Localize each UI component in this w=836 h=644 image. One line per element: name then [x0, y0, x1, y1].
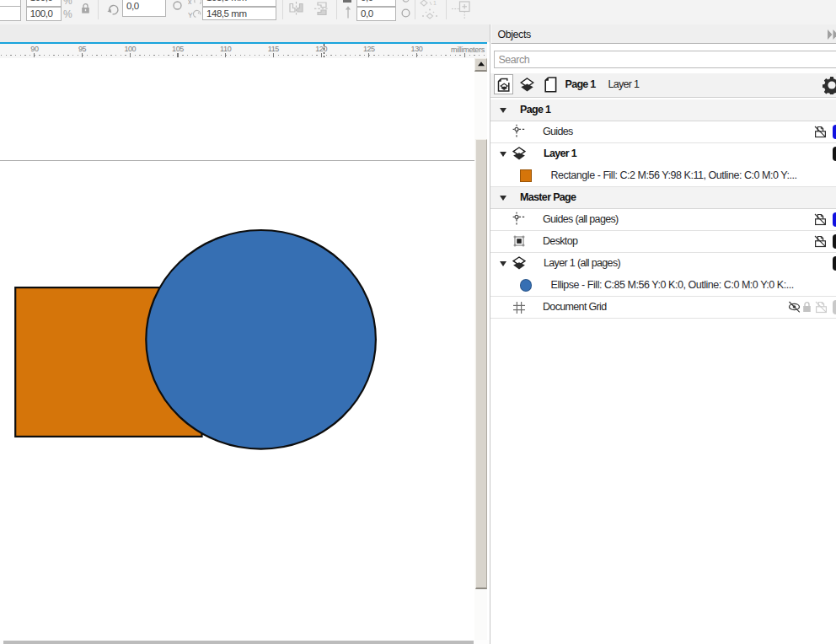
ruler-number: 100	[124, 45, 136, 53]
ruler-number: 110	[220, 45, 231, 53]
objects-docker: Objects	[490, 24, 836, 644]
ruler-major-tick	[34, 53, 35, 58]
ruler-major-tick	[321, 53, 322, 58]
expand-arrow-icon[interactable]	[500, 196, 506, 201]
lock-ratio-icon[interactable]	[81, 3, 90, 14]
property-bar: 100,0 100,0 % % 0,0 x Y	[0, 0, 836, 24]
svg-text:1: 1	[433, 0, 437, 6]
gear-icon[interactable]	[823, 76, 836, 94]
svg-text:Y: Y	[188, 11, 193, 19]
horizontal-scrollbar[interactable]	[0, 640, 490, 644]
circle-option-top-icon[interactable]	[402, 0, 410, 3]
circle-option-icon[interactable]	[401, 8, 410, 18]
rotation-center-y-value: 148,5 mm	[206, 8, 247, 19]
tree-row-rectangle[interactable]: Rectangle - Fill: C:2 M:56 Y:98 K:11, Ou…	[490, 165, 836, 187]
scale-v-field[interactable]: 100,0	[26, 7, 62, 21]
mirror-horizontal-icon[interactable]	[289, 2, 304, 15]
desktop-color-pill[interactable]	[833, 234, 836, 249]
guides-all-color-pill[interactable]	[833, 212, 836, 227]
rotation-center-y-field[interactable]: 148,5 mm	[202, 7, 276, 21]
offset-x-value: 0,0	[361, 0, 373, 3]
ruler-number: 90	[30, 45, 38, 53]
ellipse-shape[interactable]	[146, 230, 376, 449]
tree-row-document-grid[interactable]: Document Grid	[490, 297, 836, 319]
rotation-center-y-icon: Y	[188, 8, 201, 19]
horizontal-ruler[interactable]: 9095100105110115120125130 millimeters	[0, 44, 487, 58]
ruler-number: 95	[78, 45, 86, 53]
document-grid-label: Document Grid	[543, 301, 606, 313]
docker-toolbar: Page 1 Layer 1	[490, 73, 836, 99]
position-x-field[interactable]	[0, 6, 21, 21]
tree-row-desktop[interactable]: Desktop	[490, 231, 836, 253]
desktop-icon	[513, 235, 525, 247]
rotation-center-x-value: 105,0 mm	[206, 0, 247, 3]
layer-icon	[512, 256, 526, 271]
svg-text:x: x	[188, 0, 192, 6]
guides-color-pill[interactable]	[833, 125, 836, 139]
ruler-major-tick	[273, 53, 274, 58]
scale-h-value: 100,0	[30, 0, 53, 3]
scroll-up-button[interactable]	[474, 58, 487, 72]
active-page-label[interactable]: Page 1	[565, 78, 596, 90]
drawing-canvas[interactable]	[0, 58, 474, 641]
rotation-center-x-field[interactable]: 105,0 mm	[202, 0, 276, 7]
guides-label: Guides	[543, 126, 573, 137]
ruler-number: 105	[172, 45, 184, 53]
canvas-shapes	[0, 58, 474, 640]
circle-indicator-icon[interactable]	[173, 1, 182, 10]
expand-arrow-icon[interactable]	[500, 152, 506, 157]
expand-arrow-icon[interactable]	[500, 261, 506, 266]
tree-row-guides[interactable]: Guides	[490, 121, 836, 143]
tree-row-master-page[interactable]: Master Page	[490, 187, 836, 209]
rectangle-swatch	[520, 169, 533, 182]
layer1-color-pill[interactable]	[833, 147, 836, 161]
grid-icon	[512, 301, 526, 314]
no-print-icon[interactable]	[814, 213, 827, 226]
desktop-label: Desktop	[543, 235, 577, 247]
separator	[336, 0, 337, 19]
ruler-minor-ticks	[1, 55, 486, 56]
offset-x-field[interactable]: 0,0	[356, 0, 396, 7]
master-page-label: Master Page	[520, 191, 576, 203]
transform-anchor-icons: 1	[419, 0, 442, 19]
show-objects-button[interactable]	[494, 74, 514, 94]
collapse-docker-icon[interactable]	[828, 30, 836, 40]
horizontal-scrollbar-thumb[interactable]	[3, 641, 474, 644]
tree-row-layer1-all[interactable]: Layer 1 (all pages)	[490, 253, 836, 275]
add-node-icon[interactable]	[452, 1, 471, 19]
docker-titlebar[interactable]: Objects	[491, 24, 836, 45]
percent-sign-bottom: %	[63, 8, 72, 20]
page-icon[interactable]	[544, 77, 557, 93]
separator	[98, 0, 99, 19]
tree-row-layer1[interactable]: Layer 1	[490, 143, 836, 165]
mirror-vertical-icon[interactable]	[314, 2, 330, 15]
grid-color-pill[interactable]	[833, 300, 836, 314]
ruler-major-tick	[416, 53, 417, 58]
tree-row-guides-all[interactable]: Guides (all pages)	[490, 209, 836, 231]
layers-icon[interactable]	[520, 78, 534, 93]
search-input[interactable]	[494, 51, 836, 68]
lock-icon[interactable]	[802, 301, 812, 313]
active-layer-label[interactable]: Layer 1	[608, 78, 640, 90]
guides-icon	[512, 212, 527, 227]
separator	[446, 0, 447, 19]
ruler-major-tick	[130, 53, 131, 58]
no-print-icon[interactable]	[814, 126, 827, 138]
no-print-icon[interactable]	[814, 235, 827, 248]
expand-arrow-icon[interactable]	[500, 108, 506, 113]
up-arrow-icon	[343, 6, 353, 19]
offset-y-value: 0,0	[361, 8, 373, 19]
hidden-eye-icon[interactable]	[788, 301, 801, 313]
separator	[415, 0, 415, 19]
tree-row-ellipse[interactable]: Ellipse - Fill: C:85 M:56 Y:0 K:0, Outli…	[490, 275, 836, 297]
offset-y-field[interactable]: 0,0	[356, 7, 396, 21]
rotation-angle-field[interactable]: 0,0	[122, 0, 166, 17]
no-print-icon-disabled[interactable]	[815, 301, 828, 314]
coreldraw-window: 100,0 100,0 % % 0,0 x Y	[0, 0, 836, 644]
layer1-all-color-pill[interactable]	[833, 256, 836, 271]
ruler-units-label: millimeters	[451, 46, 485, 54]
vertical-scrollbar[interactable]	[474, 58, 488, 644]
tree-row-page1[interactable]: Page 1	[490, 99, 836, 121]
rotate-icon	[107, 3, 121, 15]
vertical-scrollbar-thumb[interactable]	[475, 139, 487, 589]
